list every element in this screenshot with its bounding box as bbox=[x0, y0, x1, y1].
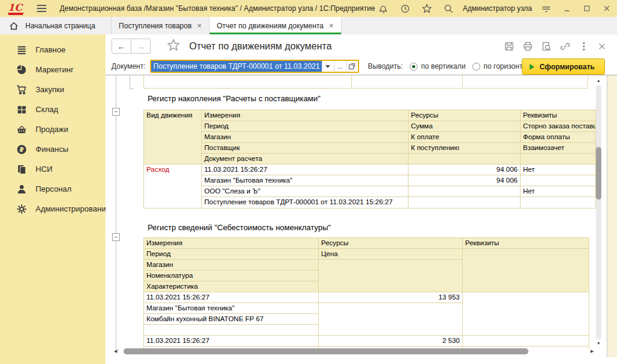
sidebar-item-sklad[interactable]: Склад bbox=[0, 99, 105, 119]
tab-close-icon[interactable]: × bbox=[329, 22, 334, 30]
main-area: ← → Отчет по движениям документа Докумен… bbox=[105, 34, 617, 364]
report-area: − − Регистр накопления "Расчеты с постав… bbox=[105, 75, 617, 364]
favorites-button[interactable] bbox=[422, 4, 432, 14]
favorite-star-button[interactable] bbox=[167, 39, 180, 54]
tab-report[interactable]: Отчет по движениям документа × bbox=[210, 17, 342, 34]
radio-vertical[interactable] bbox=[410, 63, 418, 71]
service-menu-icon bbox=[541, 4, 551, 14]
close-form-button[interactable] bbox=[597, 42, 607, 51]
table-cell: Поступление товаров ТДРТ-000001 от 11.03… bbox=[202, 197, 409, 209]
sidebar-item-zakupki[interactable]: Закупки bbox=[0, 80, 105, 99]
tab-home[interactable]: Начальная страница bbox=[0, 17, 111, 34]
vertical-scrollbar[interactable] bbox=[596, 85, 601, 339]
vertical-scrollbar-thumb[interactable] bbox=[596, 147, 601, 199]
register-table-suppliers: Вид движения Измерения Ресурсы Реквизиты… bbox=[143, 110, 596, 209]
tab-label: Отчет по движениям документа bbox=[217, 22, 324, 30]
document-input[interactable]: Поступление товаров ТДРТ-000001 от 11.03… bbox=[151, 61, 322, 72]
generate-button[interactable]: Сформировать bbox=[522, 58, 605, 75]
table-row: Период Сумма Сторно заказа поставщику bbox=[144, 121, 596, 132]
table-cell bbox=[144, 325, 319, 336]
table-cell: 2 530 bbox=[319, 336, 463, 347]
form-right-margin bbox=[607, 75, 617, 357]
table-cell: Магазин "Бытовая техника" bbox=[202, 175, 409, 186]
table-cell: Ресурсы bbox=[409, 110, 521, 121]
section-title: Регистр сведений "Себестоимость номенкла… bbox=[148, 223, 331, 232]
group-tree-line bbox=[116, 75, 116, 350]
sidebar-item-prodazhi[interactable]: Продажи bbox=[0, 119, 105, 139]
table-row: Поставщик К поступлению Взаимозачет bbox=[144, 143, 596, 154]
table-cell: Цена bbox=[319, 249, 463, 260]
basket-icon bbox=[16, 124, 27, 135]
table-cell: Реквизиты bbox=[463, 238, 589, 249]
menu-lines-icon bbox=[16, 45, 27, 55]
print-button[interactable] bbox=[522, 41, 533, 52]
sidebar-item-personal[interactable]: Персонал bbox=[0, 179, 105, 199]
table-cell bbox=[521, 154, 596, 165]
sidebar-label: Продажи bbox=[36, 125, 68, 134]
open-link-icon bbox=[348, 63, 355, 70]
link-button[interactable] bbox=[560, 41, 571, 52]
table-cell: 11.03.2021 15:26:27 bbox=[202, 165, 409, 175]
save-button[interactable] bbox=[504, 41, 515, 52]
section-title: Регистр накопления "Расчеты с поставщика… bbox=[148, 94, 321, 103]
table-row: ООО "Слеза и Ъ" Нет bbox=[144, 186, 596, 197]
search-button[interactable] bbox=[443, 4, 454, 14]
sidebar-item-glavnoe[interactable]: Главное bbox=[0, 40, 105, 60]
table-cell bbox=[409, 197, 521, 209]
maximize-button[interactable] bbox=[583, 4, 591, 13]
group-tree-line bbox=[130, 89, 134, 89]
top-bar: 1С Демонстрационная база /Магазин "Бытов… bbox=[0, 0, 617, 17]
table-cell: Измерения bbox=[144, 238, 319, 249]
forward-button[interactable]: → bbox=[131, 39, 151, 54]
table-row: 11.03.2021 15:26:27 2 530 bbox=[144, 336, 589, 347]
document-open-button[interactable] bbox=[346, 61, 358, 72]
table-cell: К оплате bbox=[409, 132, 521, 143]
current-user[interactable]: Администратор узла bbox=[463, 4, 532, 13]
radio-horizontal[interactable] bbox=[472, 63, 480, 71]
scroll-left-arrow[interactable]: ◀ bbox=[114, 349, 117, 354]
table-cell bbox=[319, 260, 463, 292]
notifications-button[interactable] bbox=[378, 4, 389, 14]
grid-icon bbox=[16, 104, 27, 115]
sidebar-label: Финансы bbox=[36, 145, 69, 154]
group-collapse-button[interactable]: − bbox=[112, 108, 120, 116]
back-button[interactable]: ← bbox=[111, 39, 131, 54]
document-choose-button[interactable]: ... bbox=[334, 61, 346, 72]
tab-receipts[interactable]: Поступления товаров × bbox=[111, 17, 210, 34]
form-toolbar: ← → Отчет по движениям документа bbox=[105, 34, 617, 58]
ellipsis-label: ... bbox=[337, 63, 342, 69]
table-cell: 11.03.2021 15:26:27 bbox=[144, 292, 319, 303]
sidebar-item-marketing[interactable]: Маркетинг bbox=[0, 60, 105, 80]
more-button[interactable] bbox=[578, 41, 589, 52]
table-row: Расход 11.03.2021 15:26:27 94 006 Нет bbox=[144, 165, 596, 175]
table-cell: ООО "Слеза и Ъ" bbox=[202, 186, 409, 197]
scroll-right-arrow[interactable]: ▶ bbox=[590, 349, 594, 354]
sidebar-item-finansy[interactable]: ₽ Финансы bbox=[0, 139, 105, 159]
preview-button[interactable] bbox=[541, 41, 552, 52]
document-label: Документ: bbox=[111, 62, 146, 71]
history-button[interactable] bbox=[400, 4, 410, 14]
table-row: Вид движения Измерения Ресурсы Реквизиты bbox=[144, 110, 596, 121]
table-row: Документ расчета bbox=[144, 154, 596, 165]
sidebar-item-administrirovanie[interactable]: Администрирование bbox=[0, 199, 105, 219]
close-window-button[interactable] bbox=[603, 4, 611, 13]
radio-vertical-label[interactable]: по вертикали bbox=[421, 62, 466, 71]
scroll-down-arrow[interactable]: ▼ bbox=[597, 341, 601, 345]
document-dropdown-button[interactable] bbox=[322, 61, 334, 72]
table-cell: Поставщик bbox=[202, 143, 409, 154]
minimize-button[interactable] bbox=[563, 4, 571, 13]
tab-label: Поступления товаров bbox=[119, 22, 192, 30]
sidebar-item-nsi[interactable]: НСИ bbox=[0, 159, 105, 179]
table-cell bbox=[463, 292, 589, 336]
service-menu-button[interactable] bbox=[541, 4, 551, 14]
group-collapse-button[interactable]: − bbox=[112, 233, 120, 241]
table-cell: Реквизиты bbox=[521, 110, 596, 121]
horizontal-scrollbar-thumb[interactable] bbox=[124, 348, 528, 354]
sidebar-label: Главное bbox=[36, 45, 66, 54]
table-cell: Вид движения bbox=[144, 110, 202, 165]
main-menu-button[interactable] bbox=[37, 5, 46, 12]
scroll-up-arrow[interactable]: ▲ bbox=[597, 78, 601, 83]
chevron-down-icon bbox=[325, 65, 330, 68]
tab-close-icon[interactable]: × bbox=[197, 22, 202, 30]
sidebar-label: Склад bbox=[36, 105, 58, 114]
